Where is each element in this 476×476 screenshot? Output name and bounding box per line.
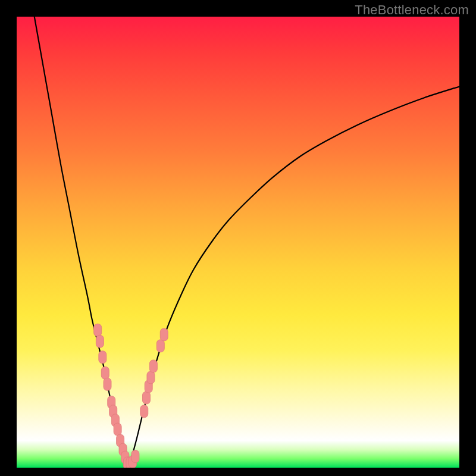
curve-layer [35, 17, 459, 465]
curve-right-branch [127, 86, 459, 465]
chart-plot-area [17, 17, 459, 468]
data-marker [96, 335, 104, 347]
data-marker [131, 450, 139, 463]
data-marker [147, 371, 155, 384]
data-marker [101, 367, 109, 379]
data-marker [104, 378, 111, 390]
chart-svg [17, 17, 459, 468]
data-marker [149, 360, 157, 372]
data-marker [99, 351, 107, 364]
data-marker [94, 324, 102, 336]
data-marker [142, 392, 150, 404]
data-marker [140, 405, 148, 418]
watermark-text: TheBottleneck.com [355, 2, 469, 18]
data-marker [160, 328, 168, 341]
chart-frame: TheBottleneck.com [0, 0, 476, 476]
marker-layer [94, 324, 168, 468]
data-marker [114, 423, 121, 436]
data-marker [156, 340, 164, 352]
